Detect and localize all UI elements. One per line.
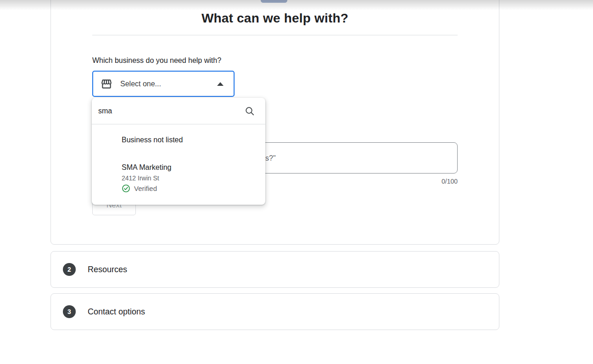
section-resources[interactable]: 2 Resources: [50, 251, 499, 288]
business-select[interactable]: Select one...: [92, 71, 235, 97]
business-dropdown: Business not listed SMA Marketing 2412 I…: [92, 98, 265, 205]
business-search-input[interactable]: [98, 107, 239, 115]
page-title: What can we help with?: [50, 11, 499, 26]
section-title: Resources: [88, 265, 127, 274]
step-number-badge: 2: [63, 263, 76, 276]
business-address: 2412 Irwin St: [122, 174, 258, 182]
issue-placeholder-fragment: s?": [265, 154, 276, 162]
search-icon: [244, 106, 255, 117]
dropdown-search-row: [92, 98, 265, 124]
top-cutoff-chip[interactable]: [261, 0, 287, 3]
option-sma-marketing[interactable]: SMA Marketing 2412 Irwin St Verified: [92, 153, 265, 205]
section-contact-options[interactable]: 3 Contact options: [50, 293, 499, 330]
business-question-label: Which business do you need help with?: [92, 56, 221, 65]
title-divider: [92, 35, 458, 35]
step-number-badge: 3: [63, 305, 76, 318]
verified-status: Verified: [122, 184, 258, 193]
storefront-icon: [101, 78, 112, 90]
option-label: Business not listed: [122, 136, 258, 144]
verified-check-icon: [122, 184, 130, 193]
section-title: Contact options: [88, 307, 145, 317]
option-business-not-listed[interactable]: Business not listed: [92, 124, 265, 153]
business-select-value: Select one...: [120, 80, 161, 88]
business-name: SMA Marketing: [122, 163, 258, 172]
verified-label: Verified: [134, 185, 157, 192]
chevron-up-icon: [217, 82, 224, 86]
